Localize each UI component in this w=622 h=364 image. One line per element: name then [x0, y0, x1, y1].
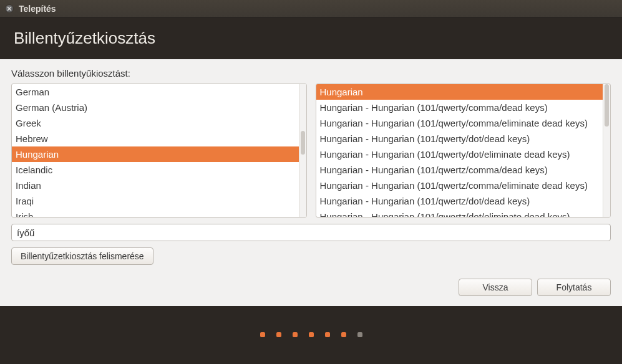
- progress-dot: [293, 332, 298, 337]
- scroll-thumb[interactable]: [605, 84, 609, 127]
- list-item[interactable]: Iraqi: [12, 193, 306, 209]
- list-item[interactable]: Hungarian - Hungarian (101/qwertz/comma/…: [316, 178, 611, 193]
- list-item[interactable]: Hungarian: [12, 146, 306, 162]
- list-item[interactable]: Hungarian - Hungarian (101/qwerty/dot/el…: [316, 146, 611, 162]
- progress-dot: [260, 332, 265, 337]
- list-item[interactable]: Hungarian - Hungarian (101/qwertz/dot/de…: [316, 193, 611, 209]
- progress-dot: [325, 332, 330, 337]
- list-item[interactable]: Hungarian - Hungarian (101/qwerty/comma/…: [316, 100, 611, 115]
- titlebar: Telepítés: [0, 0, 622, 17]
- progress-dot: [309, 332, 314, 337]
- variant-list[interactable]: HungarianHungarian - Hungarian (101/qwer…: [316, 84, 611, 218]
- content-area: Válasszon billentyűkiosztást: GermanGerm…: [0, 59, 622, 306]
- list-item[interactable]: Icelandic: [12, 162, 306, 178]
- list-item[interactable]: Hebrew: [12, 131, 306, 146]
- detect-layout-button[interactable]: Billentyűzetkiosztás felismerése: [11, 247, 153, 265]
- list-item[interactable]: German (Austria): [12, 100, 306, 115]
- progress-dot: [341, 332, 346, 337]
- scrollbar[interactable]: [603, 84, 610, 217]
- list-item[interactable]: Hungarian: [316, 84, 611, 100]
- list-item[interactable]: Hungarian - Hungarian (101/qwerty/dot/de…: [316, 131, 611, 146]
- language-list[interactable]: GermanGerman (Austria)GreekHebrewHungari…: [11, 84, 307, 218]
- keyboard-test-input[interactable]: [11, 224, 611, 241]
- close-icon[interactable]: [5, 4, 14, 13]
- continue-button[interactable]: Folytatás: [537, 279, 611, 296]
- progress-dot: [276, 332, 281, 337]
- list-item[interactable]: Hungarian - Hungarian (101/qwerty/comma/…: [316, 115, 611, 131]
- progress-dots: [0, 306, 622, 337]
- scrollbar[interactable]: [299, 84, 306, 217]
- list-item[interactable]: Greek: [12, 115, 306, 131]
- progress-dot: [357, 332, 362, 337]
- list-item[interactable]: Indian: [12, 178, 306, 193]
- list-item[interactable]: Hungarian - Hungarian (101/qwertz/comma/…: [316, 162, 611, 178]
- list-item[interactable]: Hungarian - Hungarian (101/qwertz/dot/el…: [316, 209, 611, 217]
- scroll-thumb[interactable]: [301, 131, 305, 155]
- list-item[interactable]: German: [12, 84, 306, 100]
- list-item[interactable]: Irish: [12, 209, 306, 217]
- page-title: Billentyűzetkiosztás: [0, 17, 622, 59]
- back-button[interactable]: Vissza: [459, 279, 532, 296]
- prompt-label: Válasszon billentyűkiosztást:: [11, 68, 611, 79]
- window-title: Telepítés: [19, 4, 56, 14]
